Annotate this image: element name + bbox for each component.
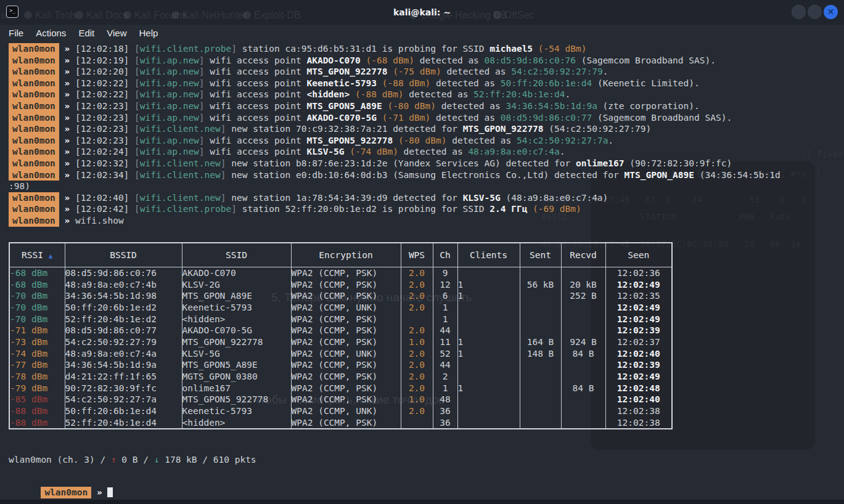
table-row: -68 dBm08:d5:9d:86:c0:76AKADO-C070WPA2 (… bbox=[9, 267, 672, 278]
prompt-badge: wlan0mon bbox=[9, 112, 59, 124]
cell-ssid: <hidden> bbox=[182, 417, 291, 429]
menu-item-help[interactable]: Help bbox=[139, 28, 158, 38]
cell-clients bbox=[457, 417, 520, 429]
prompt-badge: wlan0mon bbox=[9, 43, 59, 55]
prompt-arrow: » bbox=[59, 113, 75, 123]
cell-sent bbox=[520, 382, 561, 394]
prompt-badge: wlan0mon bbox=[9, 123, 59, 135]
log-line: wlan0mon » [12:02:23] [wifi.ap.new] wifi… bbox=[9, 112, 844, 124]
cell-bssid: 52:ff:20:4b:1e:d4 bbox=[65, 417, 182, 429]
log-line: wlan0mon » [12:02:22] [wifi.ap.new] wifi… bbox=[9, 78, 844, 89]
menu-item-edit[interactable]: Edit bbox=[78, 28, 94, 38]
log-line: wlan0mon » [12:02:24] [wifi.ap.new] wifi… bbox=[9, 146, 844, 158]
cell-rssi: -88 dBm bbox=[9, 405, 65, 417]
cell-wps: 1.0 bbox=[401, 394, 433, 405]
cell-wps: 2.0 bbox=[401, 290, 433, 302]
cell-wps: 2.0 bbox=[401, 267, 433, 278]
table-row: -79 dBm90:72:82:30:9f:fconlime167WPA2 (C… bbox=[9, 382, 672, 394]
log-output: wlan0mon » [12:02:18] [wifi.client.probe… bbox=[9, 43, 844, 227]
cell-ssid: AKADO-C070 bbox=[182, 267, 291, 278]
cell-wps bbox=[401, 313, 433, 325]
cell-seen: 12:02:49 bbox=[605, 313, 672, 325]
cell-rssi: -79 dBm bbox=[9, 382, 65, 394]
window-title: kali@kali: ~ bbox=[0, 0, 844, 25]
cell-clients: 1 bbox=[457, 290, 520, 302]
table-row: -74 dBm48:a9:8a:e0:c7:4aKLSV-5GWPA2 (CCM… bbox=[9, 348, 672, 359]
menu-item-actions[interactable]: Actions bbox=[36, 28, 66, 38]
terminal[interactable]: ][ FixedPWR RXQ Beacons #Data, #/s C48:A… bbox=[0, 41, 844, 504]
cell-wps: 2.0 bbox=[401, 382, 433, 394]
cell-sent bbox=[520, 267, 561, 278]
cell-sent bbox=[520, 405, 561, 417]
window-bottom-edge bbox=[0, 500, 844, 504]
cell-seen: 12:02:39 bbox=[605, 325, 672, 336]
cell-recvd bbox=[561, 359, 605, 371]
prompt-badge: wlan0mon bbox=[9, 55, 59, 67]
cell-seen: 12:02:40 bbox=[605, 394, 672, 405]
cell-wps: 2.0 bbox=[401, 302, 433, 314]
log-line: wlan0mon » [12:02:22] [wifi.ap.new] wifi… bbox=[9, 89, 844, 100]
table-row: -77 dBm34:36:54:5b:1d:9aMTS_GPON5_A89EWP… bbox=[9, 359, 672, 371]
cell-ch: 6 bbox=[433, 290, 457, 302]
cell-recvd bbox=[561, 405, 605, 417]
command-prompt[interactable]: wlan0mon » bbox=[9, 476, 844, 488]
minimize-button[interactable] bbox=[792, 5, 806, 19]
cell-clients bbox=[457, 267, 520, 278]
cell-bssid: 48:a9:8a:e0:c7:4b bbox=[65, 278, 182, 290]
kali-terminal-window: { "window": { "title": "kali@kali: ~", "… bbox=[0, 0, 844, 504]
cell-ch: 11 bbox=[433, 336, 457, 348]
cell-ch: 2 bbox=[433, 371, 457, 383]
cell-clients bbox=[457, 394, 520, 405]
cell-clients: 1 bbox=[457, 348, 520, 359]
table-row: -68 dBm48:a9:8a:e0:c7:4bKLSV-2GWPA2 (CCM… bbox=[9, 278, 672, 290]
cell-ch: 44 bbox=[433, 359, 457, 371]
cell-bssid: 54:c2:50:92:27:7a bbox=[65, 394, 182, 405]
cell-seen: 12:02:39 bbox=[605, 359, 672, 371]
cell-wps: 2.0 bbox=[401, 325, 433, 336]
cell-rssi: -88 dBm bbox=[9, 417, 65, 429]
close-button[interactable]: ✕ bbox=[824, 5, 838, 19]
prompt-arrow: » bbox=[59, 204, 75, 214]
column-header-encryption: Encryption bbox=[291, 243, 401, 267]
cell-recvd: 924 B bbox=[561, 336, 605, 348]
cell-rssi: -73 dBm bbox=[9, 336, 65, 348]
status-line: wlan0mon (ch. 3) / ↑ 0 B / ↓ 178 kB / 61… bbox=[9, 454, 844, 466]
prompt-arrow: » bbox=[59, 136, 75, 145]
menu-item-file[interactable]: File bbox=[9, 28, 23, 38]
cell-recvd bbox=[561, 267, 605, 278]
cell-ssid: MTS_GPON_A89E bbox=[182, 290, 291, 302]
cell-clients bbox=[457, 359, 520, 371]
log-line: wlan0mon » wifi.show bbox=[9, 215, 844, 227]
cell-ssid: KLSV-2G bbox=[182, 278, 291, 290]
cell-ssid: MTS_GPON_922778 bbox=[182, 336, 291, 348]
cell-clients bbox=[457, 325, 520, 336]
wifi-table: RSSI ▲BSSIDSSIDEncryptionWPSChClientsSen… bbox=[9, 242, 673, 430]
cell-encryption: WPA2 (CCMP, PSK) bbox=[291, 278, 401, 290]
cell-ch: 36 bbox=[433, 417, 457, 429]
cell-encryption: WPA2 (CCMP, PSK) bbox=[291, 359, 401, 371]
cell-recvd bbox=[561, 302, 605, 314]
cell-bssid: 52:ff:20:4b:1e:d2 bbox=[65, 313, 182, 325]
cell-seen: 12:02:40 bbox=[605, 348, 672, 359]
cell-ch: 52 bbox=[433, 348, 457, 359]
prompt-badge: wlan0mon bbox=[9, 89, 59, 100]
cell-ch: 48 bbox=[433, 394, 457, 405]
cell-rssi: -68 dBm bbox=[9, 267, 65, 278]
cell-recvd bbox=[561, 313, 605, 325]
cell-encryption: WPA2 (CCMP, PSK) bbox=[291, 325, 401, 336]
cell-sent bbox=[520, 417, 561, 429]
log-line: wlan0mon » [12:02:32] [wifi.client.new] … bbox=[9, 158, 844, 169]
cell-recvd bbox=[561, 371, 605, 383]
cell-clients bbox=[457, 405, 520, 417]
menu-item-view[interactable]: View bbox=[107, 28, 126, 38]
log-line: wlan0mon » [12:02:40] [wifi.client.new] … bbox=[9, 192, 844, 204]
cell-rssi: -85 dBm bbox=[9, 394, 65, 405]
cell-rssi: -70 dBm bbox=[9, 302, 65, 314]
cell-wps: 2.0 bbox=[401, 371, 433, 383]
cell-wps bbox=[401, 417, 433, 429]
prompt-arrow: » bbox=[59, 216, 75, 226]
prompt-arrow: » bbox=[59, 55, 75, 65]
maximize-button[interactable] bbox=[808, 5, 822, 19]
cell-ch: 36 bbox=[433, 405, 457, 417]
cell-wps: 2.0 bbox=[401, 405, 433, 417]
